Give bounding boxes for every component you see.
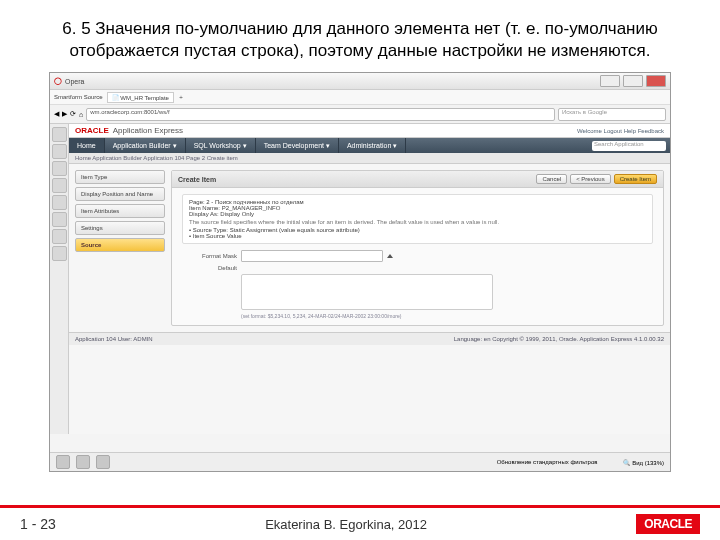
minimize-button[interactable] xyxy=(600,75,620,87)
sidebar-icon-3[interactable] xyxy=(52,161,67,176)
tab-add[interactable]: ＋ xyxy=(178,93,184,102)
nav-sql[interactable]: SQL Workshop ▾ xyxy=(186,138,256,153)
opera-icon: ◯ xyxy=(54,77,62,85)
footer-author: Ekaterina B. Egorkina, 2012 xyxy=(56,517,637,532)
slide-footer: 1 - 23 Ekaterina B. Egorkina, 2012 ORACL… xyxy=(0,505,720,540)
format-mask-lov-icon[interactable] xyxy=(387,253,395,259)
page-number: 1 - 23 xyxy=(20,516,56,532)
wizard-info-box: Page: 2 - Поиск подчиненных по отделам I… xyxy=(182,194,653,244)
nav-team[interactable]: Team Development ▾ xyxy=(256,138,339,153)
oracle-logo: ORACLE xyxy=(75,126,109,135)
footer-oracle-logo: ORACLE xyxy=(636,514,700,534)
default-label: Default xyxy=(182,265,237,271)
browser-status-bar: Обновление стандартных фильтров 🔍 Вид (1… xyxy=(50,452,670,471)
oracle-header-links[interactable]: Welcome Logout Help Feedback xyxy=(577,128,664,134)
browser-window: ◯ Opera Smartform Source 📄 WM_HR Templat… xyxy=(49,72,671,472)
info-source-value: • Item Source Value xyxy=(189,233,646,239)
home-button[interactable]: ⌂ xyxy=(79,111,83,118)
previous-button[interactable]: < Previous xyxy=(570,174,611,184)
close-button[interactable] xyxy=(646,75,666,87)
sidebar-icon-6[interactable] xyxy=(52,212,67,227)
maximize-button[interactable] xyxy=(623,75,643,87)
sidebar-icon-7[interactable] xyxy=(52,229,67,244)
step-display-position[interactable]: Display Position and Name xyxy=(75,187,165,201)
find-app-input[interactable]: Search Application xyxy=(592,141,666,151)
status-text: Обновление стандартных фильтров xyxy=(497,459,598,465)
tab-2[interactable]: 📄 WM_HR Template xyxy=(107,92,174,103)
nav-builder[interactable]: Application Builder ▾ xyxy=(105,138,186,153)
format-help-text[interactable]: (set format: $5,234.10, 5,234, 24-MAR-02… xyxy=(241,313,653,319)
url-input[interactable]: wm.oraclecorp.com:8001/ws/f xyxy=(86,108,555,121)
sidebar-icon-5[interactable] xyxy=(52,195,67,210)
window-titlebar: ◯ Opera xyxy=(50,73,670,90)
sidebar-icon-1[interactable] xyxy=(52,127,67,142)
oracle-app-name: Application Express xyxy=(113,126,183,135)
back-button[interactable]: ◀ xyxy=(54,110,59,118)
breadcrumb[interactable]: Home Application Builder Application 104… xyxy=(69,153,670,164)
create-item-button[interactable]: Create Item xyxy=(614,174,657,184)
step-source[interactable]: Source xyxy=(75,238,165,252)
status-left: Application 104 User: ADMIN xyxy=(75,336,153,342)
status-icon-2[interactable] xyxy=(76,455,90,469)
page-content: ORACLE Application Express Welcome Logou… xyxy=(69,124,670,434)
info-display-as: Display As: Display Only xyxy=(189,211,646,217)
status-icon-1[interactable] xyxy=(56,455,70,469)
browser-tabs: Smartform Source 📄 WM_HR Template ＋ xyxy=(50,90,670,105)
window-title: Opera xyxy=(65,78,597,85)
nav-home[interactable]: Home xyxy=(69,138,105,153)
tab-1[interactable]: Smartform Source xyxy=(54,94,103,100)
main-nav: Home Application Builder ▾ SQL Workshop … xyxy=(69,138,670,153)
slide-title: 6. 5 Значения по-умолчанию для данного э… xyxy=(0,0,720,72)
wizard-main: Create Item Cancel < Previous Create Ite… xyxy=(171,170,664,326)
apex-status-bar: Application 104 User: ADMIN Language: en… xyxy=(69,332,670,345)
cancel-button[interactable]: Cancel xyxy=(536,174,567,184)
sidebar-icon-2[interactable] xyxy=(52,144,67,159)
sidebar-icon-8[interactable] xyxy=(52,246,67,261)
search-input[interactable]: Искать в Google xyxy=(558,108,666,121)
format-mask-label: Format Mask xyxy=(182,253,237,259)
info-desc: The source field specifies where the ini… xyxy=(189,219,646,225)
address-bar: ◀ ▶ ⟳ ⌂ wm.oraclecorp.com:8001/ws/f Иска… xyxy=(50,105,670,124)
wizard-title: Create Item xyxy=(178,176,216,183)
step-item-attributes[interactable]: Item Attributes xyxy=(75,204,165,218)
step-settings[interactable]: Settings xyxy=(75,221,165,235)
sidebar-icon-4[interactable] xyxy=(52,178,67,193)
nav-admin[interactable]: Administration ▾ xyxy=(339,138,406,153)
browser-sidebar xyxy=(50,124,69,434)
format-mask-input[interactable] xyxy=(241,250,383,262)
status-icon-3[interactable] xyxy=(96,455,110,469)
step-item-type[interactable]: Item Type xyxy=(75,170,165,184)
wizard-steps: Item Type Display Position and Name Item… xyxy=(75,170,165,326)
status-right: Language: en Copyright © 1999, 2011, Ora… xyxy=(454,336,664,342)
oracle-header: ORACLE Application Express Welcome Logou… xyxy=(69,124,670,138)
reload-button[interactable]: ⟳ xyxy=(70,110,76,118)
forward-button[interactable]: ▶ xyxy=(62,110,67,118)
default-textarea[interactable] xyxy=(241,274,493,310)
wizard-header: Create Item Cancel < Previous Create Ite… xyxy=(172,171,663,188)
zoom-indicator[interactable]: 🔍 Вид (133%) xyxy=(623,459,664,466)
